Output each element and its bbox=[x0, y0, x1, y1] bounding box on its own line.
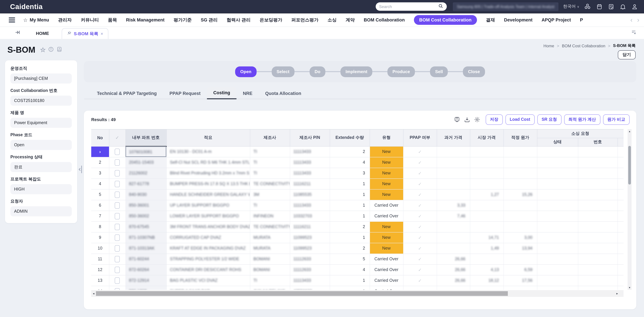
nav-item-17[interactable]: P bbox=[580, 18, 583, 22]
cell-sourcing-number[interactable] bbox=[578, 264, 618, 275]
cell-sourcing-status[interactable] bbox=[537, 189, 578, 200]
gear-icon[interactable] bbox=[474, 116, 480, 122]
cell-checkbox[interactable] bbox=[109, 254, 126, 264]
close-all-tabs-icon[interactable] bbox=[631, 30, 636, 36]
user-icon[interactable] bbox=[631, 3, 638, 10]
tab-quota-allocation[interactable]: Quota Allocation bbox=[259, 87, 308, 99]
row-checkbox[interactable] bbox=[115, 245, 120, 252]
nav-item-16[interactable]: APQP Project bbox=[542, 18, 571, 22]
cell-sourcing-number[interactable] bbox=[578, 189, 618, 200]
tab-nre[interactable]: NRE bbox=[236, 87, 259, 99]
tooltip-icon[interactable] bbox=[454, 116, 460, 122]
cell-sourcing-status[interactable] bbox=[537, 286, 578, 290]
cell-market-price[interactable] bbox=[470, 178, 504, 189]
sidebar-field-value-3[interactable]: Open bbox=[10, 140, 72, 150]
cell-sourcing-number[interactable] bbox=[578, 178, 618, 189]
calendar-icon[interactable] bbox=[596, 3, 603, 10]
breadcrumb-home[interactable]: Home bbox=[544, 44, 554, 48]
cell-checkbox[interactable] bbox=[109, 243, 126, 254]
cell-description[interactable]: HANDLE SCHNEIDER GREEN GALAXY VN bbox=[166, 189, 250, 200]
nav-item-5[interactable]: 평가기준 bbox=[174, 17, 192, 23]
step-do[interactable]: Do bbox=[310, 66, 326, 77]
nav-item-14[interactable]: 결재 bbox=[486, 17, 495, 23]
cell-no[interactable]: 13 bbox=[91, 275, 109, 286]
cell-extended-qty[interactable]: 4 bbox=[330, 264, 370, 275]
cell-description[interactable]: BUMPER PRESS-IN 17.8 SQ X 13.5 THK B bbox=[166, 178, 250, 189]
cell-no[interactable]: 4 bbox=[91, 178, 109, 189]
nav-item-2[interactable]: 커뮤니티 bbox=[81, 17, 99, 23]
info-icon[interactable] bbox=[48, 46, 54, 53]
cell-description[interactable]: UP LAYER SUPPORT BIGGPO bbox=[166, 200, 250, 211]
sidebar-field-value-6[interactable]: ADMIN bbox=[10, 206, 72, 216]
cell-market-price[interactable]: 1,27 bbox=[470, 189, 504, 200]
cell-past-price[interactable] bbox=[437, 189, 470, 200]
row-checkbox[interactable] bbox=[115, 202, 120, 208]
cell-no[interactable]: 5 bbox=[91, 189, 109, 200]
cell-checkbox[interactable] bbox=[109, 286, 126, 290]
cell-manufacturer[interactable]: TE CONNECTIVITY bbox=[250, 222, 290, 232]
cell-manufacturer[interactable]: MURATA bbox=[250, 232, 290, 243]
col-header-mfr[interactable]: 제조사 bbox=[250, 130, 290, 146]
cell-past-price[interactable]: 3,33 bbox=[437, 200, 470, 211]
cell-description[interactable]: CONTAINER DRI DESICCANT ROHS bbox=[166, 264, 250, 275]
cell-past-price[interactable]: 7,46 bbox=[437, 211, 470, 222]
close-page-button[interactable]: 닫기 bbox=[618, 50, 636, 59]
cell-type[interactable]: Carried Over bbox=[370, 254, 403, 264]
cell-ppap[interactable]: ✓ bbox=[403, 232, 437, 243]
cell-sourcing-number[interactable] bbox=[578, 211, 618, 222]
col-header-market-price[interactable]: 시장 가격 bbox=[470, 130, 504, 146]
cell-type[interactable]: Carried Over bbox=[370, 211, 403, 222]
cell-sourcing-number[interactable] bbox=[578, 157, 618, 168]
cell-part-no[interactable]: 880-1808 bbox=[126, 286, 166, 290]
cell-extended-qty[interactable]: 2 bbox=[330, 146, 370, 157]
row-checkbox[interactable] bbox=[115, 191, 120, 198]
cell-type[interactable]: New bbox=[370, 146, 403, 157]
cell-market-price[interactable] bbox=[470, 254, 504, 264]
cell-part-no[interactable]: 871-10313AK bbox=[126, 243, 166, 254]
note-icon[interactable] bbox=[608, 3, 614, 10]
cell-manufacturer-pn[interactable]: 10332703 bbox=[290, 211, 330, 222]
hamburger-menu-icon[interactable] bbox=[9, 18, 15, 22]
cell-manufacturer-pn[interactable]: 11099523 bbox=[290, 232, 330, 243]
cell-sourcing-status[interactable] bbox=[537, 275, 578, 286]
cell-no[interactable]: 6 bbox=[91, 200, 109, 211]
col-header-ppap[interactable]: PPAP 여부 bbox=[403, 130, 437, 146]
cell-description[interactable]: KRAFT AT EDGE IN PACKAGING DVAZ bbox=[166, 243, 250, 254]
cell-past-price[interactable] bbox=[437, 232, 470, 243]
cell-checkbox[interactable] bbox=[109, 264, 126, 275]
cell-manufacturer-pn[interactable]: 11112633 bbox=[290, 254, 330, 264]
nav-item-11[interactable]: 계약 bbox=[346, 17, 355, 23]
cell-no[interactable]: 10 bbox=[91, 243, 109, 254]
search-icon[interactable] bbox=[438, 3, 444, 10]
cell-target-cost[interactable] bbox=[504, 178, 537, 189]
step-select[interactable]: Select bbox=[272, 66, 294, 77]
row-checkbox[interactable] bbox=[115, 170, 120, 176]
cell-part-no[interactable]: 827-61778 bbox=[126, 178, 166, 189]
cell-sourcing-status[interactable] bbox=[537, 200, 578, 211]
cell-manufacturer-pn[interactable]: 11113433 bbox=[290, 146, 330, 157]
col-header-number[interactable]: 번호 bbox=[578, 138, 618, 146]
cell-part-no[interactable]: 871-60244 bbox=[126, 254, 166, 264]
cell-manufacturer[interactable]: TI bbox=[250, 275, 290, 286]
cell-checkbox[interactable] bbox=[109, 189, 126, 200]
cell-manufacturer-pn[interactable]: 43556633 bbox=[290, 286, 330, 290]
cell-extended-qty[interactable]: 4 bbox=[330, 157, 370, 168]
nav-item-0[interactable]: ☆My Menu bbox=[23, 17, 49, 23]
cell-manufacturer[interactable]: TI bbox=[250, 200, 290, 211]
col-header-type[interactable]: 유형 bbox=[370, 130, 403, 146]
cell-sourcing-status[interactable] bbox=[537, 211, 578, 222]
cell-extended-qty[interactable]: 2 bbox=[330, 222, 370, 232]
toolbar-button-3[interactable]: 최적 원가 계산 bbox=[564, 114, 600, 124]
cell-target-cost[interactable]: 17,56 bbox=[504, 275, 537, 286]
cell-market-price[interactable]: 14,71 bbox=[470, 232, 504, 243]
row-checkbox[interactable] bbox=[115, 234, 120, 241]
cell-ppap[interactable]: ✓ bbox=[403, 211, 437, 222]
cell-past-price[interactable] bbox=[437, 243, 470, 254]
cell-extended-qty[interactable]: 3 bbox=[330, 168, 370, 178]
cell-past-price[interactable] bbox=[437, 178, 470, 189]
nav-item-7[interactable]: 협력사 관리 bbox=[227, 17, 251, 23]
manual-icon[interactable]: A bbox=[56, 46, 62, 53]
cell-sourcing-number[interactable] bbox=[578, 254, 618, 264]
cell-checkbox[interactable] bbox=[109, 168, 126, 178]
nav-item-12[interactable]: BOM Collaboration bbox=[364, 18, 405, 22]
